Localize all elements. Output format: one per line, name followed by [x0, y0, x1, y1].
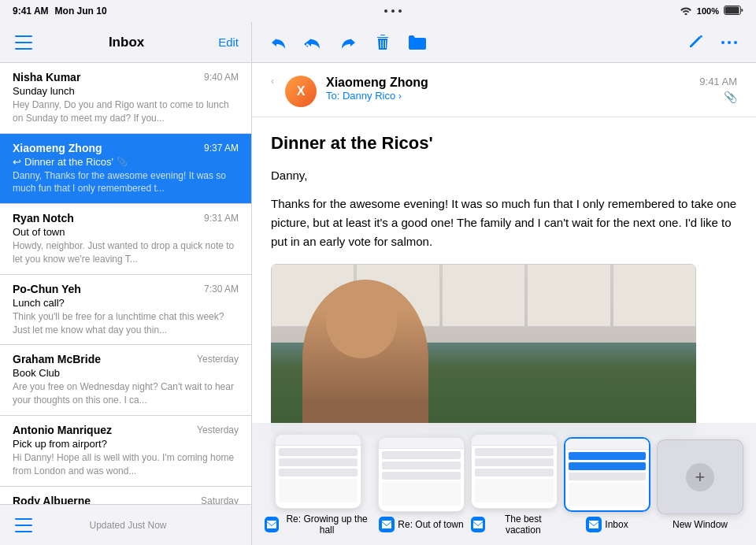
- switcher-card-4[interactable]: + New Window: [657, 439, 743, 530]
- email-item-3[interactable]: Po-Chun Yeh 7:30 AM Lunch call? Think yo…: [0, 275, 251, 346]
- dot1: [384, 9, 387, 13]
- email-item-2[interactable]: Ryan Notch 9:31 AM Out of town Howdy, ne…: [0, 204, 251, 275]
- folder-button[interactable]: [406, 32, 428, 54]
- switcher-mail-icon-3: [586, 517, 602, 532]
- new-window-plus-icon: +: [686, 463, 714, 491]
- switcher-card-label-2: The best vacation: [488, 513, 558, 536]
- thumb-content-area: [382, 482, 461, 506]
- email-subject-detail: Dinner at the Ricos': [271, 133, 737, 154]
- email-time: Saturday: [201, 495, 239, 504]
- email-item-6[interactable]: Rody Albuerne Saturday Baking workshop H…: [0, 487, 251, 504]
- detail-toolbar: [252, 22, 756, 63]
- dot2: [391, 9, 395, 13]
- switcher-card-3[interactable]: Inbox: [564, 437, 650, 532]
- email-time: 7:30 AM: [204, 284, 239, 295]
- status-bar-right: 100%: [680, 6, 743, 17]
- more-button[interactable]: [718, 32, 740, 54]
- switcher-thumbnail-4: +: [657, 439, 743, 514]
- sender-avatar: X: [285, 76, 317, 107]
- email-photo: [271, 264, 696, 437]
- email-item-header: Xiaomeng Zhong 9:37 AM: [13, 142, 239, 154]
- email-item-4[interactable]: Graham McBride Yesterday Book Club Are y…: [0, 345, 251, 416]
- switcher-mail-icon-1: [379, 517, 395, 532]
- switcher-label-row-0: Re: Growing up the hall: [265, 513, 372, 536]
- email-preview: Hi Danny! Hope all is well with you. I'm…: [13, 451, 239, 478]
- email-sender: Antonio Manriquez: [13, 424, 112, 436]
- status-day: Mon Jun 10: [55, 6, 107, 17]
- sidebar-title: Inbox: [109, 35, 144, 50]
- main-container: Inbox Edit Nisha Kumar 9:40 AM Sunday lu…: [0, 22, 756, 545]
- email-subject: Pick up from airport?: [13, 438, 239, 450]
- svg-rect-5: [15, 518, 32, 520]
- switcher-card-0[interactable]: Re: Growing up the hall: [265, 434, 372, 536]
- email-item-header: Nisha Kumar 9:40 AM: [13, 71, 239, 83]
- email-list: Nisha Kumar 9:40 AM Sunday lunch Hey Dan…: [0, 63, 251, 504]
- svg-point-9: [728, 41, 731, 44]
- sidebar-toggle-button[interactable]: [13, 32, 35, 54]
- detail-header: ‹ X Xiaomeng Zhong To: Danny Rico › 9:41…: [252, 63, 756, 117]
- email-greeting: Danny,: [271, 166, 737, 185]
- thumb-header: [276, 435, 361, 446]
- status-time: 9:41 AM: [13, 6, 49, 17]
- email-preview: Howdy, neighbor. Just wanted to drop a q…: [13, 239, 239, 266]
- email-time: 9:40 AM: [204, 72, 239, 83]
- thumb-header: [565, 439, 649, 450]
- compose-button[interactable]: [684, 32, 706, 54]
- email-body: Thanks for the awesome evening! It was s…: [271, 195, 737, 251]
- thumb-list-item-2: [382, 462, 461, 469]
- email-subject: Book Club: [13, 367, 239, 379]
- toolbar-left: [268, 32, 428, 54]
- email-sender: Ryan Notch: [13, 212, 74, 224]
- mailbox-icon[interactable]: [13, 514, 35, 536]
- detail-recipient[interactable]: Danny Rico ›: [343, 90, 402, 102]
- switcher-card-label-1: Re: Out of town: [398, 519, 463, 530]
- email-sender: Xiaomeng Zhong: [13, 142, 102, 154]
- email-sender: Graham McBride: [13, 353, 101, 365]
- svg-rect-2: [15, 35, 32, 37]
- switcher-label-row-1: Re: Out of town: [379, 517, 463, 532]
- email-item-5[interactable]: Antonio Manriquez Yesterday Pick up from…: [0, 416, 251, 487]
- email-item-header: Ryan Notch 9:31 AM: [13, 212, 239, 224]
- email-item-header: Graham McBride Yesterday: [13, 353, 239, 365]
- sidebar-header: Inbox Edit: [0, 22, 251, 63]
- thumb-list-item-2: [279, 458, 358, 466]
- email-sender: Nisha Kumar: [13, 71, 80, 83]
- detail-to: To: Danny Rico ›: [326, 90, 690, 102]
- email-preview: Are you free on Wednesday night? Can't w…: [13, 380, 239, 407]
- thumb-content-area: [279, 479, 358, 502]
- detail-pane: ‹ X Xiaomeng Zhong To: Danny Rico › 9:41…: [252, 22, 756, 545]
- thumb-list-item-3: [382, 472, 461, 480]
- edit-button[interactable]: Edit: [218, 35, 239, 49]
- switcher-label-row-2: The best vacation: [471, 513, 558, 536]
- email-subject: Out of town: [13, 226, 239, 238]
- email-item-header: Rody Albuerne Saturday: [13, 495, 239, 504]
- reply-all-button[interactable]: [302, 32, 324, 54]
- thumb-content-area: [475, 479, 554, 502]
- thumb-content-area: [569, 483, 646, 506]
- email-item-0[interactable]: Nisha Kumar 9:40 AM Sunday lunch Hey Dan…: [0, 63, 251, 134]
- status-bar: 9:41 AM Mon Jun 10 100%: [0, 0, 756, 22]
- email-time: 9:31 AM: [204, 213, 239, 224]
- battery-icon: [724, 6, 743, 17]
- switcher-card-1[interactable]: Re: Out of town: [378, 437, 465, 532]
- reply-button[interactable]: [268, 32, 290, 54]
- switcher-thumbnail-3: [564, 437, 650, 512]
- email-subject: Sunday lunch: [13, 85, 239, 97]
- attachment-icon: 📎: [117, 157, 128, 167]
- email-subject: ↩Dinner at the Ricos'📎: [13, 156, 239, 168]
- sidebar-footer: Updated Just Now: [0, 504, 251, 545]
- trash-button[interactable]: [372, 32, 394, 54]
- email-sender: Po-Chun Yeh: [13, 283, 81, 295]
- email-subject: Lunch call?: [13, 297, 239, 309]
- sidebar: Inbox Edit Nisha Kumar 9:40 AM Sunday lu…: [0, 22, 252, 545]
- switcher-thumbnail-1: [378, 437, 465, 512]
- thumb-header: [472, 435, 557, 446]
- email-item-1[interactable]: Xiaomeng Zhong 9:37 AM ↩Dinner at the Ri…: [0, 134, 251, 205]
- detail-header-info: Xiaomeng Zhong To: Danny Rico ›: [326, 76, 690, 102]
- forward-button[interactable]: [337, 32, 359, 54]
- status-bar-center: [384, 9, 402, 13]
- email-time: Yesterday: [197, 354, 239, 365]
- switcher-card-2[interactable]: The best vacation: [471, 434, 558, 536]
- detail-time: 9:41 AM: [699, 76, 737, 87]
- thumb-list-item-1: [382, 451, 461, 459]
